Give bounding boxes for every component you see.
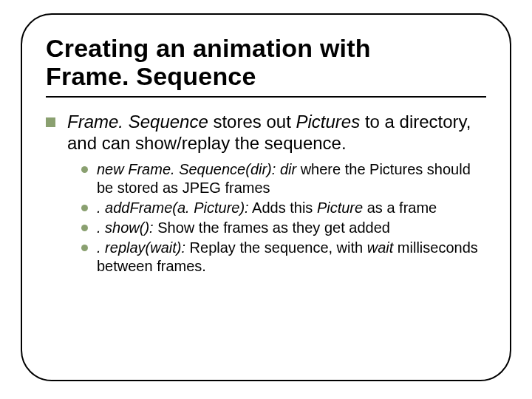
italic-text: Frame. Sequence bbox=[67, 112, 208, 132]
main-bullet: Frame. Sequence stores out Pictures to a… bbox=[46, 111, 486, 154]
italic-text: new Frame. Sequence(dir): dir bbox=[97, 161, 296, 177]
title-line-2: Frame. Sequence bbox=[46, 62, 256, 90]
main-bullet-text: Frame. Sequence stores out Pictures to a… bbox=[67, 111, 486, 154]
list-item-text: . addFrame(a. Picture): Adds this Pictur… bbox=[97, 199, 486, 217]
disc-bullet-icon bbox=[81, 166, 88, 173]
list-item: . addFrame(a. Picture): Adds this Pictur… bbox=[81, 199, 486, 217]
italic-text: Pictures bbox=[296, 112, 361, 132]
disc-bullet-icon bbox=[81, 205, 88, 211]
square-bullet-icon bbox=[46, 117, 55, 127]
text: Adds this bbox=[249, 200, 317, 216]
list-item: . replay(wait): Replay the sequence, wit… bbox=[81, 239, 486, 276]
title-line-1: Creating an animation with bbox=[46, 34, 371, 62]
italic-text: . show(): bbox=[97, 219, 154, 236]
slide-frame: Creating an animation with Frame. Sequen… bbox=[21, 13, 511, 381]
list-item: new Frame. Sequence(dir): dir where the … bbox=[81, 160, 486, 197]
slide: Creating an animation with Frame. Sequen… bbox=[0, 0, 532, 399]
text: Show the frames as they get added bbox=[154, 219, 390, 236]
italic-text: . addFrame(a. Picture): bbox=[97, 200, 249, 216]
italic-text: . replay(wait): bbox=[97, 239, 185, 256]
list-item-text: new Frame. Sequence(dir): dir where the … bbox=[97, 160, 486, 197]
disc-bullet-icon bbox=[81, 225, 88, 231]
italic-text: wait bbox=[367, 239, 394, 256]
title-underline bbox=[46, 96, 486, 98]
text: as a frame bbox=[363, 200, 437, 216]
list-item-text: . replay(wait): Replay the sequence, wit… bbox=[97, 239, 486, 276]
slide-body: Frame. Sequence stores out Pictures to a… bbox=[46, 111, 486, 276]
text: Replay the sequence, with bbox=[185, 239, 367, 256]
list-item-text: . show(): Show the frames as they get ad… bbox=[97, 219, 486, 237]
sub-bullets: new Frame. Sequence(dir): dir where the … bbox=[81, 160, 486, 276]
italic-text: Picture bbox=[317, 200, 363, 216]
list-item: . show(): Show the frames as they get ad… bbox=[81, 219, 486, 237]
disc-bullet-icon bbox=[81, 245, 88, 251]
text: stores out bbox=[208, 112, 296, 132]
slide-title: Creating an animation with Frame. Sequen… bbox=[46, 34, 486, 90]
